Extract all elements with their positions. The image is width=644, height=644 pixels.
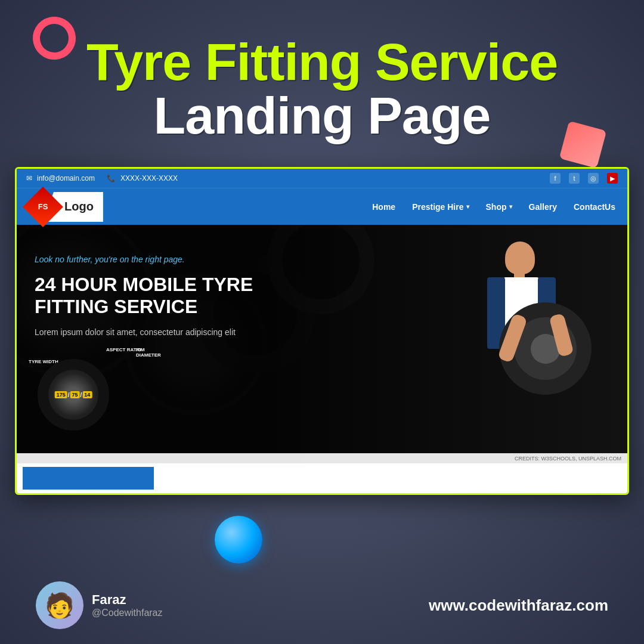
- nav-contact[interactable]: ContactUs: [574, 202, 615, 212]
- slash2: /: [80, 392, 82, 398]
- tyre-rim-num: 14: [82, 391, 92, 398]
- author-text: Faraz @Codewithfaraz: [92, 592, 163, 618]
- title-line1: Tyre Fitting Service: [0, 36, 644, 88]
- credits-text: CREDITS: W3SCHOOLS, UNSPLASH.COM: [515, 456, 621, 462]
- topbar-email: ✉ info@domain.com: [26, 174, 95, 182]
- hero-content: Look no further, you're on the right pag…: [35, 249, 321, 349]
- topbar-social-icons: f t ◎ ▶: [550, 173, 618, 184]
- youtube-icon[interactable]: ▶: [607, 173, 618, 184]
- navbar: FS Logo Home Prestige Hire ▾ Shop ▾ Gall…: [17, 188, 627, 225]
- main-title-area: Tyre Fitting Service Landing Page: [0, 0, 644, 155]
- author-name: Faraz: [92, 592, 163, 608]
- email-icon: ✉: [26, 174, 32, 182]
- decorative-sphere: [215, 516, 262, 564]
- tyre-aspect-num: 75: [70, 391, 80, 398]
- author-avatar: 🧑: [36, 581, 83, 629]
- nav-gallery[interactable]: Gallery: [529, 202, 557, 212]
- nav-shop[interactable]: Shop ▾: [486, 202, 512, 212]
- instagram-icon[interactable]: ◎: [588, 173, 599, 184]
- hero-section: Look no further, you're on the right pag…: [17, 225, 627, 463]
- tyre-width-label: TYRE WIDTH: [29, 359, 58, 364]
- tyre-numbers: 175 / 75 / 14: [55, 391, 92, 398]
- logo-container: FS Logo: [29, 189, 103, 225]
- rim-diameter-label: RIM DIAMETER: [136, 347, 161, 358]
- credits-bar: CREDITS: W3SCHOOLS, UNSPLASH.COM: [17, 453, 627, 463]
- avatar-emoji: 🧑: [45, 592, 75, 620]
- mechanic-head: [505, 242, 535, 274]
- hero-subtitle: Look no further, you're on the right pag…: [35, 255, 321, 264]
- topbar-left: ✉ info@domain.com 📞 XXXX-XXX-XXXX: [26, 174, 178, 182]
- tyre-diagram: ASPECT RATIO RIM DIAMETER TYRE WIDTH 175…: [29, 347, 160, 431]
- nav-links: Home Prestige Hire ▾ Shop ▾ Gallery Cont…: [372, 202, 615, 212]
- website-url: www.codewithfaraz.com: [429, 596, 608, 615]
- browser-mockup: ✉ info@domain.com 📞 XXXX-XXX-XXXX f t ◎ …: [15, 167, 629, 495]
- page-footer: 🧑 Faraz @Codewithfaraz www.codewithfaraz…: [0, 566, 644, 644]
- tyre-width-num: 175: [55, 391, 67, 398]
- author-handle: @Codewithfaraz: [92, 608, 163, 618]
- nav-prestige-hire[interactable]: Prestige Hire ▾: [412, 202, 469, 212]
- topbar: ✉ info@domain.com 📞 XXXX-XXX-XXXX f t ◎ …: [17, 169, 627, 188]
- facebook-icon[interactable]: f: [550, 173, 561, 184]
- nav-home[interactable]: Home: [372, 202, 395, 212]
- hero-title: 24 HOUR MOBILE TYRE FITTING SERVICE: [35, 274, 321, 318]
- slash1: /: [68, 392, 70, 398]
- twitter-icon[interactable]: t: [569, 173, 580, 184]
- hero-bottom: CREDITS: W3SCHOOLS, UNSPLASH.COM: [17, 453, 627, 463]
- author-info: 🧑 Faraz @Codewithfaraz: [36, 581, 163, 629]
- title-line2: Landing Page: [0, 88, 644, 143]
- hero-description: Lorem ipsum dolor sit amet, consectetur …: [35, 327, 321, 337]
- logo-name: Logo: [64, 200, 94, 213]
- logo-initials: FS: [38, 203, 48, 211]
- cta-button[interactable]: [23, 467, 154, 490]
- bottom-bar: [17, 463, 627, 493]
- topbar-phone: 📞 XXXX-XXX-XXXX: [107, 174, 178, 182]
- tyre-circle-diagram: 175 / 75 / 14: [38, 359, 109, 431]
- mechanic-figure: [425, 237, 592, 451]
- phone-icon: 📞: [107, 174, 116, 182]
